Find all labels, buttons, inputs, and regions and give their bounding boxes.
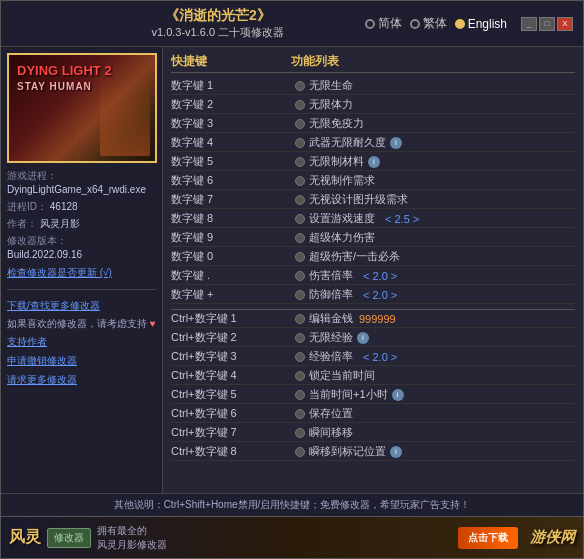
hotkey-status-indicator [291, 409, 309, 419]
hotkey-row: Ctrl+数字键 1编辑金钱 999999 [171, 309, 575, 328]
check-update-link[interactable]: 检查修改器是否更新 (√) [7, 265, 156, 281]
hotkey-function-name: 无视制作需求 [309, 173, 575, 188]
hotkey-key-label: Ctrl+数字键 7 [171, 425, 291, 440]
hotkey-status-indicator [291, 157, 309, 167]
hotkey-function-name: 经验倍率< 2.0 > [309, 349, 575, 364]
hotkey-status-indicator [291, 252, 309, 262]
hotkey-key-label: 数字键 1 [171, 78, 291, 93]
hotkey-function-name: 超级伤害/一击必杀 [309, 249, 575, 264]
hotkey-status-indicator [291, 352, 309, 362]
hotkey-list: 数字键 1无限生命数字键 2无限体力数字键 3无限免疫力数字键 4武器无限耐久度… [171, 77, 575, 487]
info-icon[interactable]: i [368, 156, 380, 168]
hotkey-status-indicator [291, 214, 309, 224]
hotkey-row: 数字键 9超级体力伤害 [171, 229, 575, 247]
hotkey-key-label: Ctrl+数字键 8 [171, 444, 291, 459]
lang-traditional[interactable]: 繁体 [410, 15, 447, 32]
hotkey-key-label: Ctrl+数字键 6 [171, 406, 291, 421]
info-icon[interactable]: i [392, 389, 404, 401]
function-header: 功能列表 [291, 53, 575, 70]
hotkey-row: 数字键 0超级伤害/一击必杀 [171, 248, 575, 266]
banner-btn[interactable]: 修改器 [47, 528, 91, 548]
hotkey-value-arrows[interactable]: < 2.0 > [363, 270, 397, 282]
hotkey-row: 数字键 6无视制作需求 [171, 172, 575, 190]
info-icon[interactable]: i [390, 137, 402, 149]
info-icon[interactable]: i [390, 446, 402, 458]
hotkey-function-name: 无限免疫力 [309, 116, 575, 131]
hotkey-status-indicator [291, 371, 309, 381]
hotkey-status-indicator [291, 390, 309, 400]
lang-english[interactable]: English [455, 17, 507, 31]
hotkey-row: Ctrl+数字键 4锁定当前时间 [171, 367, 575, 385]
links-section: 下载/查找更多修改器 如果喜欢的修改器，请考虑支持 ♥ 支持作者 申请撤销修改器… [7, 298, 156, 388]
minimize-button[interactable]: _ [521, 17, 537, 31]
hotkey-row: Ctrl+数字键 7瞬间移移 [171, 424, 575, 442]
hotkey-key-label: 数字键 + [171, 287, 291, 302]
hotkey-row: Ctrl+数字键 5当前时间+1小时i [171, 386, 575, 404]
main-window: 《消逝的光芒2》 v1.0.3-v1.6.0 二十项修改器 简体 繁体 Engl… [0, 0, 584, 559]
footer-text: 其他说明：Ctrl+Shift+Home禁用/启用快捷键；免费修改器，希望玩家广… [114, 499, 471, 510]
hotkey-function-name: 瞬移到标记位置i [309, 444, 575, 459]
lang-simplified[interactable]: 简体 [365, 15, 402, 32]
hotkey-key-label: Ctrl+数字键 1 [171, 311, 291, 326]
game-title-overlay: DYING LIGHT 2 STAY HUMAN [17, 63, 112, 93]
close-button[interactable]: X [557, 17, 573, 31]
game-info-section: 游戏进程： DyingLightGame_x64_rwdi.exe 进程ID： … [7, 169, 156, 281]
hotkey-row: 数字键 3无限免疫力 [171, 115, 575, 133]
hotkey-key-label: 数字键 8 [171, 211, 291, 226]
banner-download-btn[interactable]: 点击下载 [458, 527, 518, 549]
hotkey-function-name: 伤害倍率< 2.0 > [309, 268, 575, 283]
hotkey-function-name: 无限体力 [309, 97, 575, 112]
hotkey-function-name: 锁定当前时间 [309, 368, 575, 383]
hotkey-function-name: 无限经验i [309, 330, 575, 345]
hotkey-row: 数字键 8设置游戏速度< 2.5 > [171, 210, 575, 228]
game-image: DYING LIGHT 2 STAY HUMAN [7, 53, 157, 163]
hotkey-row: Ctrl+数字键 6保存位置 [171, 405, 575, 423]
radio-english [455, 19, 465, 29]
hotkey-key-label: 数字键 7 [171, 192, 291, 207]
hotkey-key-label: 数字键 2 [171, 97, 291, 112]
hotkey-key-label: 数字键 5 [171, 154, 291, 169]
hotkey-key-label: Ctrl+数字键 2 [171, 330, 291, 345]
hotkey-value-arrows[interactable]: < 2.0 > [363, 351, 397, 363]
hotkey-value-arrows[interactable]: < 2.5 > [385, 213, 419, 225]
support-author-link[interactable]: 支持作者 [7, 334, 156, 350]
radio-simplified [365, 19, 375, 29]
hotkey-status-indicator [291, 100, 309, 110]
download-link[interactable]: 下载/查找更多修改器 [7, 298, 156, 314]
hotkey-function-name: 保存位置 [309, 406, 575, 421]
hotkey-row: Ctrl+数字键 2无限经验i [171, 329, 575, 347]
hotkey-function-name: 编辑金钱 999999 [309, 311, 575, 326]
hotkey-status-indicator [291, 81, 309, 91]
hotkey-status-indicator [291, 195, 309, 205]
hotkey-row: Ctrl+数字键 3经验倍率< 2.0 > [171, 348, 575, 366]
window-buttons: _ □ X [521, 17, 573, 31]
left-panel: DYING LIGHT 2 STAY HUMAN 游戏进程： DyingLigh… [1, 47, 163, 493]
hotkey-row: 数字键 +防御倍率< 2.0 > [171, 286, 575, 304]
hotkey-function-name: 无视设计图升级需求 [309, 192, 575, 207]
hotkey-status-indicator [291, 176, 309, 186]
title-text: 《消逝的光芒2》 v1.0.3-v1.6.0 二十项修改器 [71, 7, 365, 40]
hotkey-row: 数字键 5无限制材料i [171, 153, 575, 171]
hotkey-value-arrows[interactable]: < 2.0 > [363, 289, 397, 301]
hotkey-function-name: 瞬间移移 [309, 425, 575, 440]
hotkey-key-label: Ctrl+数字键 3 [171, 349, 291, 364]
process-row: 游戏进程： DyingLightGame_x64_rwdi.exe [7, 169, 156, 197]
table-header: 快捷键 功能列表 [171, 53, 575, 73]
hotkey-status-indicator [291, 428, 309, 438]
hotkey-status-indicator [291, 447, 309, 457]
hotkey-function-name: 防御倍率< 2.0 > [309, 287, 575, 302]
hotkey-status-indicator [291, 138, 309, 148]
content-area: DYING LIGHT 2 STAY HUMAN 游戏进程： DyingLigh… [1, 47, 583, 493]
title-sub: v1.0.3-v1.6.0 二十项修改器 [151, 25, 284, 40]
title-bar: 《消逝的光芒2》 v1.0.3-v1.6.0 二十项修改器 简体 繁体 Engl… [1, 1, 583, 47]
pid-row: 进程ID： 46128 [7, 200, 156, 214]
hotkey-function-name: 武器无限耐久度i [309, 135, 575, 150]
info-icon[interactable]: i [357, 332, 369, 344]
hotkey-row: 数字键 1无限生命 [171, 77, 575, 95]
hotkey-status-indicator [291, 233, 309, 243]
get-more-link[interactable]: 请求更多修改器 [7, 372, 156, 388]
cancel-sub-link[interactable]: 申请撤销修改器 [7, 353, 156, 369]
hotkey-row: 数字键 7无视设计图升级需求 [171, 191, 575, 209]
maximize-button[interactable]: □ [539, 17, 555, 31]
hotkey-function-name: 超级体力伤害 [309, 230, 575, 245]
